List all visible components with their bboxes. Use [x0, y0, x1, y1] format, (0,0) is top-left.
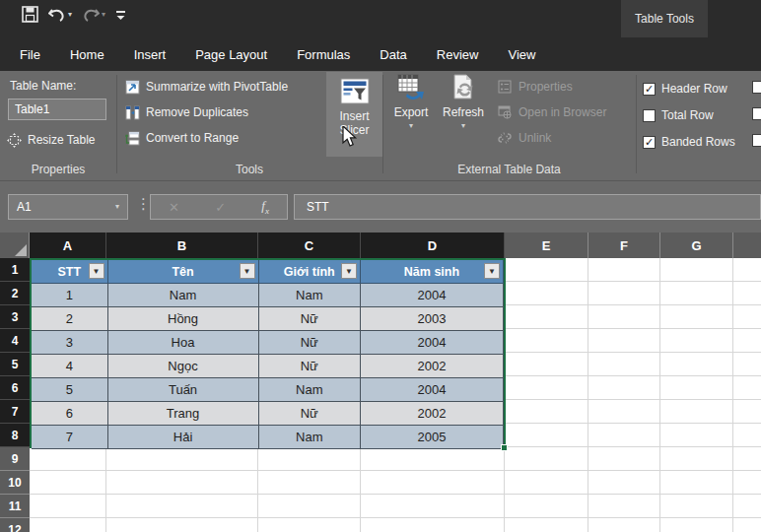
table-cell[interactable]: 1 [32, 284, 108, 307]
insert-function-icon[interactable]: fx [261, 198, 269, 216]
customize-quick-access-icon [115, 8, 127, 22]
row-header-2[interactable]: 2 [0, 282, 30, 305]
last-column-checkbox[interactable] [752, 107, 761, 120]
table-cell[interactable]: 3 [32, 331, 108, 355]
tab-page-layout[interactable]: Page Layout [180, 37, 282, 71]
row-header-1[interactable]: 1 [0, 258, 30, 282]
table-cell[interactable]: Nữ [259, 331, 361, 355]
save-button[interactable] [22, 6, 38, 23]
table-cell[interactable]: Nữ [259, 402, 361, 426]
banded-columns-checkbox[interactable] [752, 134, 761, 147]
table-header-2[interactable]: Tên▼ [108, 260, 259, 284]
column-header-g[interactable]: G [660, 233, 733, 258]
row-header-3[interactable]: 3 [0, 305, 30, 329]
remove-duplicates-button[interactable]: Remove Duplicates [124, 102, 248, 122]
table-header-1[interactable]: STT▼ [32, 260, 108, 284]
row-header-9[interactable]: 9 [0, 447, 30, 471]
undo-dropdown-icon[interactable]: ▾ [68, 11, 72, 19]
table-cell[interactable]: 2002 [361, 402, 504, 426]
convert-to-range-button[interactable]: Convert to Range [124, 128, 239, 148]
table-cell[interactable]: 2003 [361, 307, 504, 331]
row-headers: 123456789101112 [0, 258, 30, 532]
resize-table-button[interactable]: Resize Table [6, 130, 95, 150]
filter-dropdown-icon[interactable]: ▼ [341, 263, 357, 279]
column-header-b[interactable]: B [106, 233, 258, 258]
total-row-option[interactable]: Total Row [643, 106, 714, 124]
table-cell[interactable]: Nữ [259, 307, 361, 331]
table-cell[interactable]: 2005 [361, 426, 504, 449]
row-header-12[interactable]: 12 [0, 518, 30, 532]
open-in-browser-button: Open in Browser [497, 102, 606, 122]
table-cell[interactable]: Tuấn [108, 378, 259, 402]
table-cell[interactable]: 2004 [361, 378, 504, 402]
export-dropdown-icon[interactable]: ▾ [409, 122, 413, 130]
row-header-5[interactable]: 5 [0, 353, 30, 376]
tab-insert[interactable]: Insert [119, 37, 181, 71]
summarize-with-pivottable-button[interactable]: Summarize with PivotTable [124, 77, 288, 97]
tab-home[interactable]: Home [55, 37, 119, 71]
filter-dropdown-icon[interactable]: ▼ [484, 263, 500, 279]
table-cell[interactable]: Nam [259, 426, 361, 449]
table-cell[interactable]: Hải [108, 426, 259, 449]
banded-rows-option[interactable]: ✓Banded Rows [643, 133, 735, 151]
table-cell[interactable]: 2 [32, 307, 108, 331]
mouse-cursor [342, 126, 360, 148]
filter-dropdown-icon[interactable]: ▼ [89, 263, 104, 279]
row-header-6[interactable]: 6 [0, 376, 30, 400]
table-cell[interactable]: 2004 [361, 331, 504, 355]
row-header-7[interactable]: 7 [0, 400, 30, 424]
select-all-corner[interactable] [0, 233, 30, 258]
column-header-d[interactable]: D [361, 233, 505, 258]
column-header-f[interactable]: F [588, 233, 660, 258]
tab-review[interactable]: Review [422, 37, 494, 71]
table-header-4[interactable]: Năm sinh▼ [361, 260, 504, 284]
header-row-checkbox[interactable]: ✓ [643, 83, 656, 96]
header-row-option[interactable]: ✓Header Row [643, 80, 727, 98]
table-cell[interactable]: Ngọc [108, 355, 259, 378]
table-name-label: Table Name: [10, 79, 76, 93]
tab-file[interactable]: File [5, 37, 55, 71]
name-box[interactable]: A1 ▾ [8, 194, 128, 220]
table-cell[interactable]: Hoa [108, 331, 259, 355]
convert-to-range-icon [124, 130, 140, 146]
export-button[interactable]: Export ▾ [388, 74, 434, 130]
first-column-checkbox[interactable] [752, 81, 761, 94]
table-cell[interactable]: 2004 [361, 284, 504, 307]
checkbox-label: Header Row [661, 82, 727, 96]
tab-view[interactable]: View [493, 37, 550, 71]
table-cell[interactable]: 2002 [361, 355, 504, 378]
select-all-icon [15, 244, 27, 256]
gridline [588, 258, 588, 532]
table-cell[interactable]: Nữ [259, 355, 361, 378]
tab-data[interactable]: Data [365, 37, 421, 71]
table-header-3[interactable]: Giới tính▼ [259, 260, 361, 284]
table-cell[interactable]: 4 [32, 355, 108, 378]
formula-input[interactable]: STT [294, 194, 761, 220]
column-header-c[interactable]: C [258, 233, 361, 258]
fill-handle[interactable] [501, 444, 508, 451]
row-header-10[interactable]: 10 [0, 471, 30, 495]
column-header-e[interactable]: E [505, 233, 588, 258]
table-cell[interactable]: 7 [32, 426, 108, 449]
table-cell[interactable]: Nam [259, 378, 361, 402]
customize-quick-access-button[interactable] [115, 8, 127, 22]
column-header-partial[interactable] [733, 233, 761, 258]
banded-rows-checkbox[interactable]: ✓ [643, 136, 656, 149]
row-header-8[interactable]: 8 [0, 424, 30, 447]
formula-bar-resize-handle[interactable]: ⋮ [136, 195, 151, 213]
row-header-11[interactable]: 11 [0, 495, 30, 518]
undo-button[interactable]: ▾ [48, 7, 72, 22]
tab-formulas[interactable]: Formulas [282, 37, 365, 71]
row-header-4[interactable]: 4 [0, 329, 30, 353]
table-name-input[interactable] [8, 99, 106, 120]
table-cell[interactable]: Nam [108, 284, 259, 307]
table-cell[interactable]: Hồng [108, 307, 259, 331]
column-header-a[interactable]: A [30, 233, 106, 258]
total-row-checkbox[interactable] [643, 109, 656, 122]
table-cell[interactable]: 5 [32, 378, 108, 402]
table-cell[interactable]: Trang [108, 402, 259, 426]
table-cell[interactable]: 6 [32, 402, 108, 426]
filter-dropdown-icon[interactable]: ▼ [240, 263, 255, 279]
table-cell[interactable]: Nam [259, 284, 361, 307]
name-box-dropdown-icon[interactable]: ▾ [115, 203, 119, 211]
